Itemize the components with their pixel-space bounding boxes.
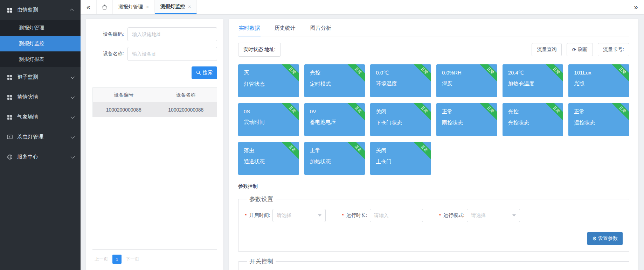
card-label: 湿度 bbox=[442, 80, 492, 87]
param-control-label: 参数控制 bbox=[238, 183, 629, 190]
tab-history-stats[interactable]: 历史统计 bbox=[274, 19, 296, 36]
sidebar-item-label: 苗情灾情 bbox=[17, 94, 66, 100]
card-value: 正常 bbox=[310, 147, 360, 154]
card-value: 0V bbox=[310, 108, 360, 114]
run-mode-field: * 运行模式: 请选择 bbox=[439, 209, 520, 222]
status-card: 101Lux 光照 正常 bbox=[568, 64, 629, 97]
search-button[interactable]: 搜索 bbox=[192, 66, 217, 79]
globe-icon bbox=[7, 154, 13, 160]
monitor-play-icon bbox=[7, 134, 13, 140]
status-card: 0.0%RH 湿度 正常 bbox=[436, 64, 497, 97]
tab-realtime-data[interactable]: 实时数据 bbox=[238, 19, 261, 36]
chevron-down-icon bbox=[71, 94, 75, 98]
search-icon bbox=[196, 70, 201, 75]
current-page-button[interactable]: 1 bbox=[112, 255, 122, 264]
card-label: 下仓门状态 bbox=[376, 120, 425, 126]
next-page-button[interactable]: 下一页 bbox=[126, 256, 139, 262]
device-name-row: 设备名称: bbox=[92, 47, 217, 61]
device-name-input[interactable] bbox=[127, 47, 217, 61]
traffic-query-button[interactable]: 流量查询 bbox=[532, 43, 562, 56]
card-value: 灭 bbox=[244, 70, 293, 76]
home-icon[interactable] bbox=[97, 0, 113, 14]
start-time-label: 开启时间: bbox=[249, 212, 270, 219]
card-value: 0.0%RH bbox=[442, 70, 492, 76]
content-area: 设备编码: 设备名称: 搜索 设备编号 bbox=[81, 14, 644, 270]
status-card: 光控 定时模式 正常 bbox=[304, 64, 365, 97]
sidebar-item-pest-monitoring[interactable]: 虫情监测 bbox=[0, 0, 81, 20]
status-card: 光控 光控状态 正常 bbox=[503, 103, 563, 136]
grid-icon bbox=[7, 7, 13, 13]
sidebar-item-label: 气象墒情 bbox=[17, 114, 66, 120]
status-card: 0.0℃ 环境温度 正常 bbox=[370, 64, 431, 97]
pagination: 上一页 1 下一页 bbox=[92, 249, 217, 267]
card-label: 光控状态 bbox=[508, 120, 558, 126]
top-tabbar: « 测报灯管理 × 测报灯监控 × » bbox=[81, 0, 644, 14]
status-card: 落虫 通道状态 正常 bbox=[238, 142, 299, 175]
run-mode-select[interactable]: 请选择 bbox=[467, 209, 520, 222]
set-params-label: 设置参数 bbox=[598, 235, 618, 242]
close-icon[interactable]: × bbox=[188, 4, 191, 9]
card-value: 关闭 bbox=[376, 147, 425, 154]
sidebar-item-label: 孢子监测 bbox=[17, 74, 66, 80]
chevron-down-icon bbox=[71, 134, 75, 138]
status-card: 关闭 下仓门状态 正常 bbox=[370, 103, 431, 136]
sidebar-item-weather-moisture[interactable]: 气象墒情 bbox=[0, 107, 81, 127]
expand-tabs-icon[interactable]: » bbox=[628, 0, 644, 14]
prev-page-button[interactable]: 上一页 bbox=[95, 256, 108, 262]
set-params-button[interactable]: ⚙ 设置参数 bbox=[587, 232, 623, 245]
search-button-label: 搜索 bbox=[203, 70, 213, 76]
sidebar-item-insecticidal-lamp[interactable]: 杀虫灯管理 bbox=[0, 127, 81, 147]
chevron-down-icon bbox=[71, 74, 75, 78]
refresh-button[interactable]: ⟳ 刷新 bbox=[567, 43, 593, 56]
traffic-card-button[interactable]: 流量卡号: bbox=[598, 43, 629, 56]
card-value: 光控 bbox=[310, 70, 360, 76]
start-time-select[interactable]: 请选择 bbox=[272, 209, 326, 222]
device-code-row: 设备编码: bbox=[92, 27, 217, 41]
tab-lamp-management[interactable]: 测报灯管理 × bbox=[113, 0, 155, 14]
card-label: 加热状态 bbox=[310, 158, 360, 165]
gear-icon: ⚙ bbox=[592, 236, 597, 241]
sidebar-item-service-center[interactable]: 服务中心 bbox=[0, 147, 81, 167]
sidebar-item-label: 服务中心 bbox=[17, 154, 66, 160]
grid-icon bbox=[7, 94, 13, 100]
card-label: 上仓门 bbox=[376, 158, 425, 165]
card-value: 正常 bbox=[442, 108, 492, 115]
chevron-down-icon bbox=[318, 214, 321, 216]
close-icon[interactable]: × bbox=[146, 4, 149, 10]
required-mark: * bbox=[439, 213, 441, 218]
realtime-address-box: 实时状态 地址: bbox=[238, 43, 281, 57]
param-settings-legend: 参数设置 bbox=[247, 195, 276, 203]
required-mark: * bbox=[245, 213, 247, 218]
sidebar-subitem-lamp-report[interactable]: 测报灯报表 bbox=[0, 51, 81, 67]
tab-lamp-monitoring[interactable]: 测报灯监控 × bbox=[155, 0, 197, 14]
sidebar-subitem-lamp-management[interactable]: 测报灯管理 bbox=[0, 20, 81, 36]
device-name-cell: 1000200000088 bbox=[155, 102, 217, 117]
sidebar: 虫情监测 测报灯管理 测报灯监控 测报灯报表 孢子监测 苗情灾情 bbox=[0, 0, 81, 270]
card-label: 加热仓温度 bbox=[508, 80, 558, 87]
param-fields: * 开启时间: 请选择 * 运行时长: bbox=[245, 209, 623, 222]
card-value: 0.0℃ bbox=[376, 70, 425, 76]
tab-label: 测报灯监控 bbox=[160, 3, 185, 10]
sidebar-subitem-label: 测报灯管理 bbox=[19, 24, 44, 31]
device-panel: 设备编码: 设备名称: 搜索 设备编号 bbox=[86, 19, 223, 270]
tab-image-analysis[interactable]: 图片分析 bbox=[310, 19, 332, 36]
sidebar-subitem-lamp-monitoring[interactable]: 测报灯监控 bbox=[0, 36, 81, 51]
sidebar-item-seedling-disaster[interactable]: 苗情灾情 bbox=[0, 87, 81, 107]
status-card: 关闭 上仓门 正常 bbox=[370, 142, 431, 175]
status-row: 实时状态 地址: 流量查询 ⟳ 刷新 流量卡号: bbox=[238, 43, 629, 57]
chevron-down-icon bbox=[71, 154, 75, 158]
sidebar-item-label: 杀虫灯管理 bbox=[17, 134, 66, 140]
card-label: 温控状态 bbox=[574, 120, 624, 126]
device-code-input[interactable] bbox=[127, 27, 217, 41]
sidebar-item-spore-monitoring[interactable]: 孢子监测 bbox=[0, 67, 81, 87]
device-table-header-name: 设备名称 bbox=[155, 88, 217, 102]
status-card: 20.4℃ 加热仓温度 正常 bbox=[503, 64, 563, 97]
card-label: 震动时间 bbox=[244, 119, 293, 126]
collapse-sidebar-icon[interactable]: « bbox=[81, 0, 97, 14]
duration-input[interactable] bbox=[370, 209, 423, 222]
table-row[interactable]: 1000200000088 1000200000088 bbox=[93, 102, 217, 117]
status-card-grid: 灭 灯管状态 正常 光控 定时模式 正常 0.0℃ 环境温度 正常 bbox=[238, 64, 629, 175]
param-settings-group: 参数设置 * 开启时间: 请选择 * 运行时长: bbox=[238, 195, 629, 252]
select-placeholder: 请选择 bbox=[277, 212, 291, 219]
switch-control-legend: 开关控制 bbox=[247, 257, 276, 265]
